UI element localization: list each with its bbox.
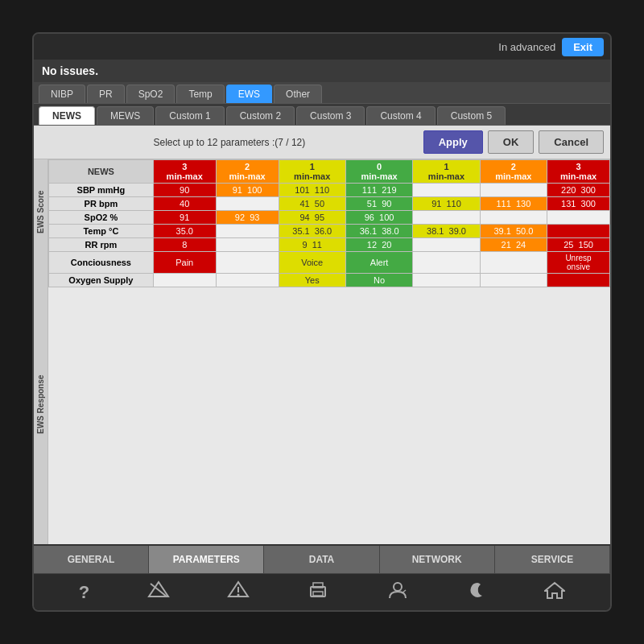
home-icon	[544, 580, 565, 600]
side-labels-container: EWS Score EWS Response	[34, 159, 48, 544]
help-icon-button[interactable]: ?	[72, 579, 96, 606]
cell-oxy-0[interactable]: No	[345, 274, 412, 287]
cell-conc-1l[interactable]: Voice	[279, 252, 345, 274]
controls-row: Select up to 12 parameters :(7 / 12) App…	[34, 126, 610, 159]
subtab-mews[interactable]: MEWS	[97, 106, 154, 125]
patient-icon	[386, 580, 410, 600]
param-spo2: SpO2 %	[49, 211, 154, 225]
cell-rr-0[interactable]: 12 20	[345, 238, 412, 252]
cell-conc-2r[interactable]	[480, 252, 547, 274]
col-score-1-right: 1min-max	[413, 160, 480, 184]
cell-sbp-3l[interactable]: 90	[153, 184, 216, 197]
cell-conc-2l[interactable]	[216, 252, 279, 274]
apply-button[interactable]: Apply	[423, 130, 483, 154]
alarm-cancel-icon-button[interactable]	[141, 577, 176, 607]
night-mode-icon-button[interactable]	[461, 577, 493, 607]
cell-sbp-1r[interactable]	[413, 184, 480, 197]
ews-response-label: EWS Response	[34, 264, 47, 544]
cell-spo2-3r[interactable]	[547, 211, 610, 225]
cell-pr-2r[interactable]: 111 130	[480, 197, 547, 211]
tab-pr[interactable]: PR	[87, 85, 125, 103]
cell-sbp-2l[interactable]: 91 100	[216, 184, 279, 197]
cell-rr-1r[interactable]	[413, 238, 480, 252]
cell-conc-3r[interactable]: Unresponsive	[547, 252, 610, 274]
cell-pr-1r[interactable]: 91 110	[413, 197, 480, 211]
cell-temp-2l[interactable]	[216, 225, 279, 238]
cell-oxy-2l[interactable]	[216, 274, 279, 287]
cell-temp-0[interactable]: 36.1 38.0	[345, 225, 412, 238]
subtab-custom2[interactable]: Custom 2	[226, 106, 295, 125]
cell-temp-2r[interactable]: 39.1 50.0	[480, 225, 547, 238]
cell-conc-0[interactable]: Alert	[345, 252, 412, 274]
cell-pr-3l[interactable]: 40	[153, 197, 216, 211]
tab-ews[interactable]: EWS	[226, 85, 272, 103]
cell-rr-3l[interactable]: 8	[153, 238, 216, 252]
table-row: Oxygen Supply Yes No	[49, 274, 610, 287]
svg-rect-7	[313, 592, 323, 596]
param-sbp: SBP mmHg	[49, 184, 154, 197]
cell-conc-3l[interactable]: Pain	[153, 252, 216, 274]
cell-sbp-3r[interactable]: 220 300	[547, 184, 610, 197]
bottomtab-general[interactable]: GENERAL	[34, 546, 149, 573]
subtab-news[interactable]: NEWS	[39, 106, 95, 125]
sub-tabs-container: NEWS MEWS Custom 1 Custom 2 Custom 3 Cus…	[34, 104, 610, 126]
cell-pr-1l[interactable]: 41 50	[279, 197, 345, 211]
ews-table: NEWS 3min-max 2min-max 1min-max 0min-max…	[48, 159, 610, 287]
exit-button[interactable]: Exit	[562, 38, 604, 56]
tab-other[interactable]: Other	[274, 85, 322, 103]
cell-spo2-2r[interactable]	[480, 211, 547, 225]
bottomtab-service[interactable]: SERVICE	[495, 546, 610, 573]
cell-temp-1l[interactable]: 35.1 36.0	[279, 225, 345, 238]
cell-conc-1r[interactable]	[413, 252, 480, 274]
print-icon-button[interactable]	[301, 577, 335, 607]
table-row: PR bpm 40 41 50 51 90 91 110 111 130 131…	[49, 197, 610, 211]
bottomtab-parameters[interactable]: PARAMETERS	[149, 546, 264, 573]
subtab-custom3[interactable]: Custom 3	[296, 106, 365, 125]
col-score-0: 0min-max	[345, 160, 412, 184]
tab-nibp[interactable]: NIBP	[39, 85, 85, 103]
cell-rr-3r[interactable]: 25 150	[547, 238, 610, 252]
cell-temp-1r[interactable]: 38.1 39.0	[413, 225, 480, 238]
cell-oxy-3r[interactable]	[547, 274, 610, 287]
ok-button[interactable]: OK	[488, 130, 535, 154]
svg-point-4	[237, 594, 240, 597]
param-pr: PR bpm	[49, 197, 154, 211]
cell-temp-3r[interactable]	[547, 225, 610, 238]
cell-pr-2l[interactable]	[216, 197, 279, 211]
cell-pr-0[interactable]: 51 90	[345, 197, 412, 211]
tab-spo2[interactable]: SpO2	[126, 85, 175, 103]
bottomtab-network[interactable]: NETWORK	[380, 546, 495, 573]
cell-sbp-0[interactable]: 111 219	[345, 184, 412, 197]
bottomtab-data[interactable]: DATA	[264, 546, 379, 573]
table-row: Temp °C 35.0 35.1 36.0 36.1 38.0 38.1 39…	[49, 225, 610, 238]
home-icon-button[interactable]	[538, 577, 572, 607]
subtab-custom1[interactable]: Custom 1	[155, 106, 224, 125]
cell-sbp-1l[interactable]: 101 110	[279, 184, 345, 197]
cell-sbp-2r[interactable]	[480, 184, 547, 197]
cell-oxy-1l[interactable]: Yes	[279, 274, 345, 287]
cell-oxy-3l[interactable]	[153, 274, 216, 287]
tab-temp[interactable]: Temp	[176, 85, 224, 103]
cell-oxy-2r[interactable]	[480, 274, 547, 287]
subtab-custom4[interactable]: Custom 4	[366, 106, 435, 125]
col-score-1-left: 1min-max	[279, 160, 345, 184]
cell-rr-2r[interactable]: 21 24	[480, 238, 547, 252]
cell-rr-2l[interactable]	[216, 238, 279, 252]
ews-layout: EWS Score EWS Response NEWS 3min-max 2mi…	[34, 159, 610, 544]
cell-spo2-1l[interactable]: 94 95	[279, 211, 345, 225]
table-row: Conciousness Pain Voice Alert Unresponsi…	[49, 252, 610, 274]
patient-icon-button[interactable]	[379, 577, 416, 607]
table-header-row: NEWS 3min-max 2min-max 1min-max 0min-max…	[49, 160, 610, 184]
cell-spo2-1r[interactable]	[413, 211, 480, 225]
cell-rr-1l[interactable]: 9 11	[279, 238, 345, 252]
cell-spo2-3l[interactable]: 91	[153, 211, 216, 225]
cell-temp-3l[interactable]: 35.0	[153, 225, 216, 238]
alarm-set-icon-button[interactable]	[221, 577, 256, 607]
cell-spo2-0[interactable]: 96 100	[345, 211, 412, 225]
cell-spo2-2l[interactable]: 92 93	[216, 211, 279, 225]
cancel-button[interactable]: Cancel	[539, 130, 604, 154]
cell-oxy-1r[interactable]	[413, 274, 480, 287]
subtab-custom5[interactable]: Custom 5	[437, 106, 506, 125]
status-message: No issues.	[42, 64, 98, 77]
cell-pr-3r[interactable]: 131 300	[547, 197, 610, 211]
